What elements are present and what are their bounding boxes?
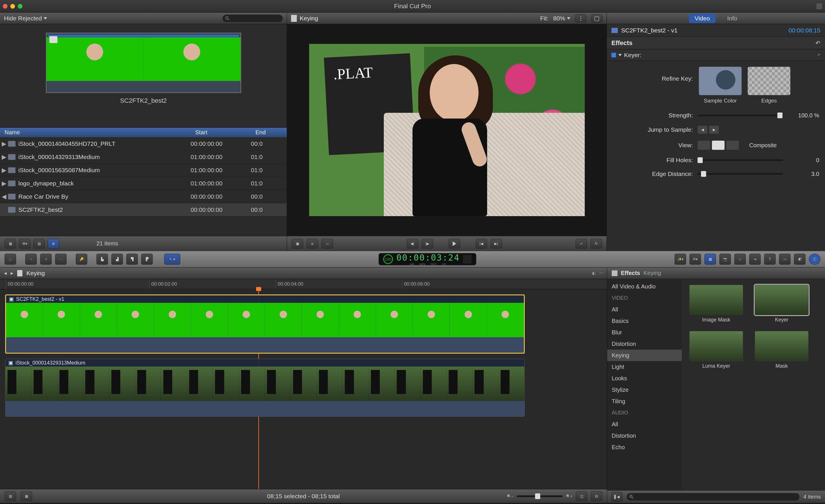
inspector-tab-video[interactable]: Video [689,14,716,23]
effects-search[interactable] [627,493,800,501]
transitions-browser-button[interactable]: ⇥ [749,254,761,265]
titles-browser-button[interactable]: T [764,254,776,265]
effect-keyer-header[interactable]: Keyer: ↶ [607,49,825,61]
connect-clip-button[interactable]: ▙ [96,254,108,265]
inspector-toggle-button[interactable]: ⓘ [809,254,820,265]
viewer-display-button[interactable]: ▢ [591,14,603,22]
close-window-icon[interactable] [3,4,7,9]
view-matte-button[interactable] [712,141,725,150]
fullscreen-button[interactable]: ⤢ [576,239,587,248]
themes-browser-button[interactable]: ◩ [794,254,806,265]
zoom-window-icon[interactable] [18,4,22,9]
jump-next-button[interactable]: ▶ [709,126,719,134]
favorite-button[interactable]: ★ [25,254,37,265]
filmstrip-view-button[interactable]: ▤ [33,239,45,248]
loop-button[interactable]: ↻ [591,239,602,248]
timeline-index-button[interactable]: ◧ [592,271,595,275]
generators-browser-button[interactable]: ▭ [779,254,791,265]
enhancements-menu-button[interactable]: ✨▾ [675,254,686,265]
unrate-button[interactable]: ☆ [40,254,52,265]
effects-categories[interactable]: All Video & AudioVIDEOAllBasicsBlurDisto… [607,279,682,490]
filter-dropdown[interactable]: Hide Rejected [4,15,47,22]
effects-reset-button[interactable]: ↶ [816,40,820,47]
go-to-start-button[interactable]: |◀ [476,239,487,248]
audio-meter-icon[interactable] [463,255,472,264]
clip-thumbnail[interactable] [46,33,241,93]
timeline-clip-connected[interactable]: ▣ iStock_000014329313Medium [5,359,525,417]
append-clip-button[interactable]: ▜ [126,254,138,265]
next-edit-button[interactable]: |▶ [422,239,433,248]
fill-holes-slider[interactable] [697,159,783,161]
effect-thumbnail[interactable] [755,285,809,315]
disclosure-triangle-icon[interactable] [618,54,622,56]
sample-color-button[interactable] [699,67,742,95]
effects-grid[interactable]: Image MaskKeyerLuma KeyerMask [682,279,825,490]
fx-category-item[interactable]: All [607,419,682,430]
crop-tool-button[interactable]: ⧈ [307,239,318,248]
minimize-window-icon[interactable] [10,4,15,9]
timeline-ruler[interactable]: 00:00:00:0000:00:02:0000:00:04:0000:00:0… [0,279,607,289]
fx-category-item[interactable]: Stylize [607,384,682,395]
clip-list-row[interactable]: ▶logo_dynapep_black01:00:00:0001:0 [0,177,287,190]
photos-browser-button[interactable]: 📷 [719,254,731,265]
browser-search[interactable] [222,15,283,22]
timeline-body[interactable]: ▣ SC2FTK2_best2 - v1 ▣ iStock_0000143293… [0,289,607,489]
skimming-toggle-button[interactable]: ◫ [576,491,587,501]
effect-thumbnail[interactable] [689,285,743,315]
fx-category-item[interactable]: Distortion [607,338,682,350]
clip-list-row[interactable]: ▶iStock_000014329313Medium01:00:00:0001:… [0,150,287,164]
effects-library-toggle[interactable]: ▌◀ [611,492,623,502]
disclosure-triangle-icon[interactable]: ▶ [0,167,8,174]
clip-list-row[interactable]: ▶iStock_000014040455HD720_PRLT00:00:00:0… [0,137,287,150]
list-view-button[interactable]: ≣ [48,239,59,248]
view-composite-button[interactable] [697,141,710,150]
viewer-zoom-dropdown[interactable]: 80% [553,15,571,22]
fx-category-item[interactable]: Keying [607,350,682,361]
inspector-tab-info[interactable]: Info [721,14,743,23]
fx-category-item[interactable]: Basics [607,315,682,327]
clip-list-row[interactable]: ◀Race Car Drive By00:00:00:0000:0 [0,190,287,203]
fx-category-item[interactable]: Looks [607,372,682,384]
fullscreen-icon[interactable] [816,3,822,9]
viewer-settings-button[interactable]: ⋮ [575,14,587,22]
gear-menu-button[interactable]: ⚙︎▾ [19,239,30,248]
timeline-history-back-button[interactable]: ◀ [4,271,7,275]
effect-reset-button[interactable]: ↶ [818,53,820,57]
zoom-out-icon[interactable]: 🔍− [507,494,513,498]
timeline-clip-primary[interactable]: ▣ SC2FTK2_best2 - v1 [5,294,525,354]
transform-tool-button[interactable]: ▣ [292,239,303,248]
disclosure-triangle-icon[interactable]: ◀ [0,193,8,200]
view-original-button[interactable] [726,141,739,150]
keyword-button[interactable]: 🔑 [76,254,87,265]
clip-appearance-toggle-button[interactable]: ▦ [21,491,32,501]
effect-thumbnail[interactable] [755,331,809,361]
timeline-options-button[interactable]: 〰 [599,271,603,275]
viewer-canvas[interactable]: .PLAT [287,24,607,236]
snapping-toggle-button[interactable]: ⊟ [591,491,602,501]
prev-edit-button[interactable]: ◀| [407,239,418,248]
fx-category-item[interactable]: Blur [607,327,682,338]
column-header-end[interactable]: End [255,129,287,136]
edge-distance-slider[interactable] [697,173,783,175]
fx-category-item[interactable]: All Video & Audio [607,281,682,292]
effects-browser-button[interactable]: ▦ [704,254,716,265]
effect-thumbnail[interactable] [689,331,743,361]
timeline-zoom-slider[interactable] [517,495,562,497]
effect-enable-checkbox[interactable] [611,53,616,57]
clip-list-row[interactable]: SC2FTK2_best200:00:00:0000:0 [0,203,287,216]
clip-appearance-button[interactable]: ▦ [5,239,16,248]
fx-category-item[interactable]: Tiling [607,395,682,407]
clip-list[interactable]: ▶iStock_000014040455HD720_PRLT00:00:00:0… [0,137,287,236]
go-to-end-button[interactable]: ▶| [491,239,502,248]
clip-list-row[interactable]: ▶iStock_000015635087Medium01:00:00:0001:… [0,164,287,177]
overwrite-clip-button[interactable]: ▛ [141,254,153,265]
zoom-in-icon[interactable]: 🔍+ [566,494,573,498]
effects-item[interactable]: Image Mask [687,285,745,323]
play-button[interactable] [449,239,460,248]
effects-item[interactable]: Keyer [753,285,810,323]
disclosure-triangle-icon[interactable]: ▶ [0,154,8,160]
column-header-name[interactable]: Name [0,129,195,136]
retime-menu-button[interactable]: ⟳▾ [689,254,701,265]
import-media-button[interactable]: 🎥 [5,254,16,265]
timecode-display[interactable]: 100 00:00:03:24 HRMINSECFR [379,253,476,265]
